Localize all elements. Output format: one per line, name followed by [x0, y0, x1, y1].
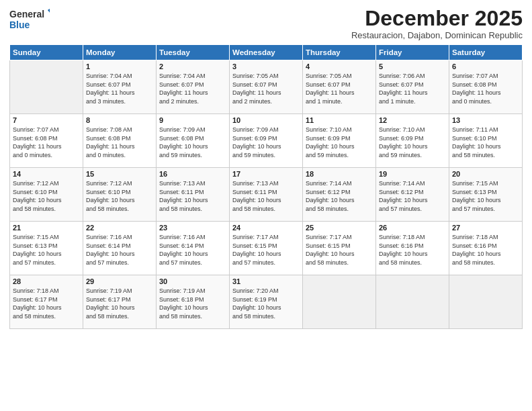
- logo: General Blue: [9, 7, 50, 32]
- svg-text:Blue: Blue: [9, 19, 30, 30]
- day-number: 27: [452, 224, 519, 232]
- calendar-cell: 17Sunrise: 7:13 AM Sunset: 6:11 PM Dayli…: [230, 168, 303, 222]
- calendar-cell: 25Sunrise: 7:17 AM Sunset: 6:15 PM Dayli…: [303, 222, 376, 275]
- cell-content: Sunrise: 7:09 AM Sunset: 6:08 PM Dayligh…: [159, 126, 226, 159]
- calendar-cell: 19Sunrise: 7:14 AM Sunset: 6:12 PM Dayli…: [376, 168, 449, 222]
- calendar-cell: 12Sunrise: 7:10 AM Sunset: 6:09 PM Dayli…: [376, 114, 449, 168]
- calendar-cell: 21Sunrise: 7:15 AM Sunset: 6:13 PM Dayli…: [10, 222, 83, 275]
- calendar-cell: 28Sunrise: 7:18 AM Sunset: 6:17 PM Dayli…: [10, 275, 83, 329]
- calendar-cell: 31Sunrise: 7:20 AM Sunset: 6:19 PM Dayli…: [230, 275, 303, 329]
- day-number: 9: [159, 116, 226, 124]
- day-number: 1: [86, 62, 153, 71]
- calendar-cell: 2Sunrise: 7:04 AM Sunset: 6:07 PM Daylig…: [157, 60, 230, 114]
- calendar-cell: 26Sunrise: 7:18 AM Sunset: 6:16 PM Dayli…: [376, 222, 449, 275]
- cell-content: Sunrise: 7:07 AM Sunset: 6:08 PM Dayligh…: [452, 72, 519, 105]
- day-number: 16: [159, 170, 226, 178]
- day-number: 4: [306, 62, 373, 71]
- cell-content: Sunrise: 7:19 AM Sunset: 6:18 PM Dayligh…: [159, 287, 226, 320]
- week-row-4: 21Sunrise: 7:15 AM Sunset: 6:13 PM Dayli…: [10, 222, 523, 275]
- day-number: 26: [379, 224, 446, 232]
- week-row-1: 1Sunrise: 7:04 AM Sunset: 6:07 PM Daylig…: [10, 60, 523, 114]
- col-header-wednesday: Wednesday: [230, 45, 303, 60]
- cell-content: Sunrise: 7:15 AM Sunset: 6:13 PM Dayligh…: [13, 233, 80, 267]
- calendar-cell: 23Sunrise: 7:16 AM Sunset: 6:14 PM Dayli…: [157, 222, 230, 275]
- calendar-cell: 14Sunrise: 7:12 AM Sunset: 6:10 PM Dayli…: [10, 168, 83, 222]
- cell-content: Sunrise: 7:15 AM Sunset: 6:13 PM Dayligh…: [452, 179, 519, 213]
- cell-content: Sunrise: 7:17 AM Sunset: 6:15 PM Dayligh…: [306, 233, 373, 267]
- day-number: 24: [232, 224, 300, 232]
- calendar-cell: 5Sunrise: 7:06 AM Sunset: 6:07 PM Daylig…: [376, 60, 449, 114]
- calendar-cell: 24Sunrise: 7:17 AM Sunset: 6:15 PM Dayli…: [230, 222, 303, 275]
- calendar-cell: 10Sunrise: 7:09 AM Sunset: 6:09 PM Dayli…: [230, 114, 303, 168]
- cell-content: Sunrise: 7:05 AM Sunset: 6:07 PM Dayligh…: [306, 72, 373, 105]
- day-number: 10: [232, 116, 300, 124]
- page: General Blue December 2025 Restauracion,…: [0, 0, 532, 411]
- day-number: 17: [232, 170, 300, 178]
- col-header-saturday: Saturday: [449, 45, 523, 60]
- day-number: 15: [86, 170, 153, 178]
- calendar-cell: 6Sunrise: 7:07 AM Sunset: 6:08 PM Daylig…: [449, 60, 523, 114]
- header-row: SundayMondayTuesdayWednesdayThursdayFrid…: [10, 45, 523, 60]
- calendar-cell: 11Sunrise: 7:10 AM Sunset: 6:09 PM Dayli…: [303, 114, 376, 168]
- cell-content: Sunrise: 7:07 AM Sunset: 6:08 PM Dayligh…: [13, 126, 80, 159]
- calendar-cell: 18Sunrise: 7:14 AM Sunset: 6:12 PM Dayli…: [303, 168, 376, 222]
- day-number: 13: [452, 116, 519, 124]
- calendar-cell: 30Sunrise: 7:19 AM Sunset: 6:18 PM Dayli…: [157, 275, 230, 329]
- day-number: 19: [379, 170, 446, 178]
- cell-content: Sunrise: 7:06 AM Sunset: 6:07 PM Dayligh…: [379, 72, 446, 105]
- header: General Blue December 2025 Restauracion,…: [9, 7, 523, 40]
- calendar-cell: 4Sunrise: 7:05 AM Sunset: 6:07 PM Daylig…: [303, 60, 376, 114]
- week-row-5: 28Sunrise: 7:18 AM Sunset: 6:17 PM Dayli…: [10, 275, 523, 329]
- cell-content: Sunrise: 7:10 AM Sunset: 6:09 PM Dayligh…: [379, 126, 446, 159]
- cell-content: Sunrise: 7:13 AM Sunset: 6:11 PM Dayligh…: [232, 179, 300, 213]
- cell-content: Sunrise: 7:13 AM Sunset: 6:11 PM Dayligh…: [159, 179, 226, 213]
- cell-content: Sunrise: 7:19 AM Sunset: 6:17 PM Dayligh…: [86, 287, 153, 320]
- calendar-cell: [449, 275, 523, 329]
- col-header-friday: Friday: [376, 45, 449, 60]
- cell-content: Sunrise: 7:14 AM Sunset: 6:12 PM Dayligh…: [379, 179, 446, 213]
- svg-text:General: General: [9, 9, 44, 19]
- day-number: 31: [232, 277, 300, 285]
- logo-svg: General Blue: [9, 7, 50, 32]
- calendar-cell: 27Sunrise: 7:18 AM Sunset: 6:16 PM Dayli…: [449, 222, 523, 275]
- cell-content: Sunrise: 7:04 AM Sunset: 6:07 PM Dayligh…: [159, 72, 226, 105]
- day-number: 21: [13, 224, 80, 232]
- day-number: 3: [232, 62, 300, 71]
- calendar-cell: 1Sunrise: 7:04 AM Sunset: 6:07 PM Daylig…: [83, 60, 157, 114]
- calendar-cell: 20Sunrise: 7:15 AM Sunset: 6:13 PM Dayli…: [449, 168, 523, 222]
- day-number: 23: [159, 224, 226, 232]
- calendar-cell: 16Sunrise: 7:13 AM Sunset: 6:11 PM Dayli…: [157, 168, 230, 222]
- cell-content: Sunrise: 7:05 AM Sunset: 6:07 PM Dayligh…: [232, 72, 300, 105]
- day-number: 14: [13, 170, 80, 178]
- day-number: 18: [306, 170, 373, 178]
- calendar-cell: 7Sunrise: 7:07 AM Sunset: 6:08 PM Daylig…: [10, 114, 83, 168]
- day-number: 28: [13, 277, 80, 285]
- day-number: 20: [452, 170, 519, 178]
- calendar-cell: 8Sunrise: 7:08 AM Sunset: 6:08 PM Daylig…: [83, 114, 157, 168]
- week-row-3: 14Sunrise: 7:12 AM Sunset: 6:10 PM Dayli…: [10, 168, 523, 222]
- calendar-cell: 9Sunrise: 7:09 AM Sunset: 6:08 PM Daylig…: [157, 114, 230, 168]
- calendar-cell: 13Sunrise: 7:11 AM Sunset: 6:10 PM Dayli…: [449, 114, 523, 168]
- day-number: 22: [86, 224, 153, 232]
- cell-content: Sunrise: 7:04 AM Sunset: 6:07 PM Dayligh…: [86, 72, 153, 105]
- day-number: 25: [306, 224, 373, 232]
- cell-content: Sunrise: 7:11 AM Sunset: 6:10 PM Dayligh…: [452, 126, 519, 159]
- cell-content: Sunrise: 7:08 AM Sunset: 6:08 PM Dayligh…: [86, 126, 153, 159]
- calendar-cell: 15Sunrise: 7:12 AM Sunset: 6:10 PM Dayli…: [83, 168, 157, 222]
- calendar-table: SundayMondayTuesdayWednesdayThursdayFrid…: [9, 44, 523, 329]
- day-number: 11: [306, 116, 373, 124]
- day-number: 6: [452, 62, 519, 71]
- col-header-monday: Monday: [83, 45, 157, 60]
- cell-content: Sunrise: 7:09 AM Sunset: 6:09 PM Dayligh…: [232, 126, 300, 159]
- cell-content: Sunrise: 7:20 AM Sunset: 6:19 PM Dayligh…: [232, 287, 300, 320]
- week-row-2: 7Sunrise: 7:07 AM Sunset: 6:08 PM Daylig…: [10, 114, 523, 168]
- cell-content: Sunrise: 7:10 AM Sunset: 6:09 PM Dayligh…: [306, 126, 373, 159]
- cell-content: Sunrise: 7:14 AM Sunset: 6:12 PM Dayligh…: [306, 179, 373, 213]
- calendar-cell: [10, 60, 83, 114]
- cell-content: Sunrise: 7:16 AM Sunset: 6:14 PM Dayligh…: [86, 233, 153, 267]
- calendar-cell: 3Sunrise: 7:05 AM Sunset: 6:07 PM Daylig…: [230, 60, 303, 114]
- calendar-cell: [303, 275, 376, 329]
- day-number: 12: [379, 116, 446, 124]
- calendar-cell: 22Sunrise: 7:16 AM Sunset: 6:14 PM Dayli…: [83, 222, 157, 275]
- col-header-sunday: Sunday: [10, 45, 83, 60]
